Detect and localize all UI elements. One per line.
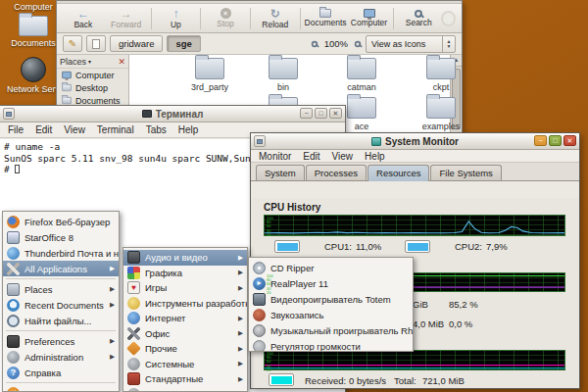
received-total-label: Total: xyxy=(394,375,416,386)
window-menu-button[interactable] xyxy=(254,135,266,147)
menu-tabs[interactable]: Tabs xyxy=(146,124,167,135)
minimize-button[interactable]: − xyxy=(300,108,313,119)
submenu-arrow-icon: ▶ xyxy=(238,269,243,276)
menu-help[interactable]: Help xyxy=(365,151,385,162)
menu-edit[interactable]: Edit xyxy=(303,151,319,162)
menu-separator xyxy=(6,330,116,331)
menu-item-rhythmbox[interactable]: Музыкальный проигрыватель Rhythmbox xyxy=(249,322,413,338)
folder-item[interactable]: ckpt xyxy=(411,58,471,92)
close-button[interactable]: ✕ xyxy=(329,108,342,119)
memory-unit: GiB xyxy=(413,299,428,310)
tab-resources[interactable]: Resources xyxy=(368,165,429,181)
folder-item[interactable]: examples xyxy=(411,97,471,131)
menu-help[interactable]: Help xyxy=(178,124,199,135)
maximize-button[interactable]: □ xyxy=(549,135,562,146)
menu-item-office[interactable]: Офис ▶ xyxy=(123,326,247,342)
menu-file[interactable]: File xyxy=(8,124,24,135)
tab-file-systems[interactable]: File Systems xyxy=(430,165,501,180)
zoom-in-icon[interactable] xyxy=(355,40,361,46)
folder-item[interactable]: catman xyxy=(331,58,392,92)
network-graph-scale: 100 80 60 40 20 xyxy=(267,352,273,372)
menu-item-staroffice[interactable]: StarOffice 8 xyxy=(3,229,119,245)
menu-item-places[interactable]: Places ▶ xyxy=(3,281,119,297)
maximize-button[interactable]: □ xyxy=(315,108,327,119)
path-button-sge[interactable]: sge xyxy=(167,35,200,52)
computer-button[interactable]: Computer xyxy=(349,9,390,27)
menu-item-help[interactable]: ? Справка xyxy=(3,365,119,380)
menu-item-preferences[interactable]: Preferences ▶ xyxy=(3,333,119,349)
cd-ripper-icon xyxy=(253,262,266,274)
menu-item-logout[interactable]: ↩ Log Out root... xyxy=(3,385,119,392)
menu-item-system[interactable]: Системные ▶ xyxy=(123,357,247,372)
menu-view[interactable]: View xyxy=(64,124,85,135)
swap-percent: 0,0 % xyxy=(449,318,472,329)
internet-icon xyxy=(127,312,140,324)
sidebar-item-desktop[interactable]: Desktop xyxy=(57,81,128,94)
menu-edit[interactable]: Edit xyxy=(35,124,52,135)
received-color-swatch[interactable] xyxy=(269,373,294,386)
menu-item-firefox[interactable]: Firefox Веб-браузер xyxy=(3,214,119,229)
cpu1-color-swatch[interactable] xyxy=(274,240,300,253)
sound-recorder-icon xyxy=(253,309,266,321)
search-icon xyxy=(415,10,422,18)
reload-button[interactable]: ↻ Reload xyxy=(255,8,296,29)
menu-view[interactable]: View xyxy=(332,151,354,162)
menu-monitor[interactable]: Monitor xyxy=(259,151,291,162)
zoom-out-icon[interactable] xyxy=(311,40,317,46)
menu-item-audio-video[interactable]: Аудио и видео ▶ xyxy=(123,250,247,266)
window-menu-button[interactable] xyxy=(3,108,15,120)
submenu-arrow-icon: ▶ xyxy=(238,315,243,322)
menu-item-partial[interactable] xyxy=(123,387,247,392)
realplayer-icon: ▸ xyxy=(253,277,266,290)
menu-item-internet[interactable]: Интернет ▶ xyxy=(123,311,247,326)
tab-processes[interactable]: Processes xyxy=(306,165,367,180)
menu-item-sound-recorder[interactable]: Звукозапись xyxy=(249,307,413,322)
folder-item[interactable]: bin xyxy=(253,58,314,92)
folder-item[interactable]: 3rd_party xyxy=(179,58,240,92)
search-button[interactable]: Search xyxy=(398,10,439,27)
system-monitor-menubar: Monitor Edit View Help xyxy=(251,150,579,163)
stop-button[interactable]: ✕ Stop xyxy=(205,8,246,28)
menu-item-find-files[interactable]: Найти файлы... xyxy=(3,313,119,328)
close-sidebar-icon[interactable]: ✕ xyxy=(118,57,125,67)
menu-item-development[interactable]: Инструменты разработки ▶ xyxy=(123,296,247,312)
menu-item-games[interactable]: ♥ Игры ▶ xyxy=(123,280,247,296)
paper-icon xyxy=(92,39,100,49)
throbber-icon xyxy=(441,11,456,26)
path-button-gridware[interactable]: gridware xyxy=(110,35,163,52)
desktop-icon-network[interactable]: Network Serv xyxy=(6,57,61,94)
development-icon xyxy=(127,297,140,310)
system-icon xyxy=(127,358,140,370)
terminal-titlebar[interactable]: Терминал − □ ✕ xyxy=(0,106,345,122)
folder-icon xyxy=(347,58,376,79)
menu-item-realplayer[interactable]: ▸ RealPlayer 11 xyxy=(249,275,413,291)
audio-video-menu: CD Ripper ▸ RealPlayer 11 Видеопроигрыва… xyxy=(248,257,414,352)
menu-item-recent-documents[interactable]: Recent Documents ▶ xyxy=(3,297,119,313)
sidebar-item-computer[interactable]: Computer xyxy=(57,69,128,81)
desktop-icon-computer[interactable]: Computer xyxy=(8,2,59,12)
forward-button[interactable]: → Forward xyxy=(106,8,147,29)
note-button[interactable] xyxy=(86,35,106,52)
menu-item-administration[interactable]: Administration ▶ xyxy=(3,349,119,365)
menu-item-standard[interactable]: Стандартные ▶ xyxy=(123,371,247,387)
menu-item-graphics[interactable]: Графика ▶ xyxy=(123,266,247,281)
close-button[interactable]: ✕ xyxy=(564,135,576,146)
menu-item-all-applications[interactable]: All Applications ▶ xyxy=(3,261,119,276)
menu-item-volume-control[interactable]: Регулятор громкости xyxy=(249,338,413,352)
up-button[interactable]: ↑ Up xyxy=(156,8,197,29)
view-mode-select[interactable]: View as Icons ▲▼ xyxy=(366,35,456,53)
edit-location-button[interactable]: ✎ xyxy=(63,35,82,52)
menu-terminal[interactable]: Terminal xyxy=(97,124,134,135)
menu-item-totem[interactable]: Видеопроигрыватель Totem xyxy=(249,291,413,307)
minimize-button[interactable]: − xyxy=(534,135,547,146)
desktop-icon-documents[interactable]: Documents xyxy=(8,16,59,48)
toolbar-separator xyxy=(250,8,251,29)
menu-item-other[interactable]: Прочие ▶ xyxy=(123,341,247,357)
menu-item-cd-ripper[interactable]: CD Ripper xyxy=(249,260,413,275)
cpu2-color-swatch[interactable] xyxy=(405,240,430,253)
back-button[interactable]: ← Back xyxy=(63,8,104,29)
tab-system[interactable]: System xyxy=(256,165,305,180)
documents-button[interactable]: Documents xyxy=(305,9,347,27)
menu-item-thunderbird[interactable]: Thunderbird Почта и новости xyxy=(3,245,119,261)
system-monitor-titlebar[interactable]: System Monitor − □ ✕ xyxy=(251,133,579,150)
